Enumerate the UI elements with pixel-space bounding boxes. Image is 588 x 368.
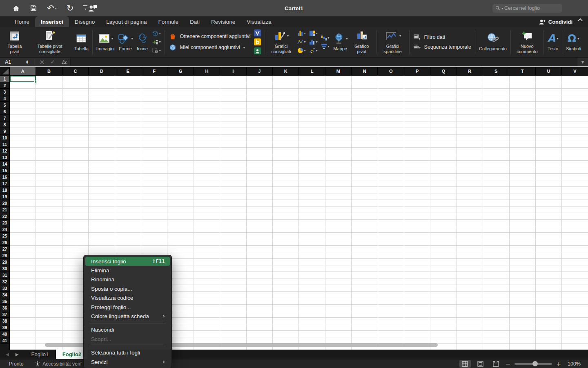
row-header-21[interactable]: 21: [0, 206, 9, 213]
column-header-u[interactable]: U: [536, 67, 562, 75]
row-header-26[interactable]: 26: [0, 239, 9, 246]
page-break-view-button[interactable]: [490, 360, 502, 368]
name-box[interactable]: A1: [0, 59, 26, 65]
row-header-2[interactable]: 2: [0, 82, 9, 89]
undo-dropdown-icon[interactable]: ▾: [55, 7, 57, 10]
tab-layout-di-pagina[interactable]: Layout di pagina: [100, 16, 152, 27]
tab-inserisci[interactable]: Inserisci: [35, 16, 69, 27]
recommended-pivot-tables-button[interactable]: Tabelle pivot consigliate: [27, 28, 73, 56]
search-input[interactable]: [504, 5, 559, 11]
expand-formula-bar-icon[interactable]: ▼: [577, 60, 588, 64]
hierarchy-chart-button[interactable]: ▾: [309, 30, 318, 36]
collapse-ribbon-button[interactable]: [577, 18, 583, 22]
scatter-chart-button[interactable]: ▾: [309, 47, 318, 54]
screenshot-button[interactable]: ▾: [152, 47, 161, 54]
row-header-34[interactable]: 34: [0, 292, 9, 298]
row-header-41[interactable]: 41: [0, 337, 9, 344]
funnel-chart-button[interactable]: ▾: [321, 43, 330, 49]
row-header-12[interactable]: 12: [0, 148, 9, 154]
insert-function-button[interactable]: fx: [58, 59, 70, 65]
column-header-p[interactable]: P: [404, 67, 430, 75]
row-header-39[interactable]: 39: [0, 324, 9, 331]
row-header-27[interactable]: 27: [0, 246, 9, 252]
line-chart-button[interactable]: ▾: [297, 39, 306, 45]
row-header-28[interactable]: 28: [0, 252, 9, 259]
column-header-m[interactable]: M: [325, 67, 352, 75]
column-header-n[interactable]: N: [352, 67, 378, 75]
visio-addin-button[interactable]: [254, 29, 261, 36]
row-header-10[interactable]: 10: [0, 135, 9, 141]
redo-button[interactable]: ↻: [67, 4, 74, 12]
row-header-6[interactable]: 6: [0, 108, 9, 115]
row-header-14[interactable]: 14: [0, 161, 9, 167]
3d-models-button[interactable]: ▾: [152, 30, 161, 37]
recommended-charts-button[interactable]: ▾ Grafici consigliati: [267, 28, 296, 56]
column-header-h[interactable]: H: [194, 67, 220, 75]
row-header-30[interactable]: 30: [0, 265, 9, 272]
confirm-entry-button[interactable]: ✓: [47, 59, 58, 65]
smartart-button[interactable]: ▾: [152, 39, 161, 45]
column-header-j[interactable]: J: [247, 67, 273, 75]
normal-view-button[interactable]: [459, 360, 471, 368]
my-addins-button[interactable]: Miei componenti aggiuntivi ▾: [169, 43, 251, 52]
waterfall-chart-button[interactable]: ▾: [321, 35, 330, 41]
tab-revisione[interactable]: Revisione: [205, 16, 241, 27]
row-header-5[interactable]: 5: [0, 102, 9, 108]
name-box-spinner[interactable]: ▲ ▼: [26, 60, 28, 64]
undo-button[interactable]: ↶ ▾: [47, 4, 57, 12]
share-presence-button[interactable]: [87, 4, 97, 13]
row-header-38[interactable]: 38: [0, 318, 9, 324]
zoom-out-button[interactable]: −: [506, 361, 511, 367]
row-header-9[interactable]: 9: [0, 128, 9, 135]
page-layout-view-button[interactable]: [475, 360, 486, 368]
column-header-s[interactable]: S: [483, 67, 509, 75]
row-header-36[interactable]: 36: [0, 305, 9, 311]
histogram-chart-button[interactable]: ▾: [309, 39, 318, 45]
tab-home[interactable]: Home: [9, 16, 35, 27]
formula-input[interactable]: [70, 58, 577, 67]
column-header-o[interactable]: O: [378, 67, 404, 75]
select-all-corner[interactable]: [0, 67, 10, 76]
save-button[interactable]: [30, 4, 37, 12]
column-header-k[interactable]: K: [273, 67, 299, 75]
next-sheet-icon[interactable]: ▶: [16, 352, 19, 357]
icons-button[interactable]: Icone: [135, 31, 150, 53]
menu-item-rinomina[interactable]: Rinomina: [85, 275, 170, 284]
row-header-13[interactable]: 13: [0, 154, 9, 161]
column-header-b[interactable]: B: [36, 67, 62, 75]
column-header-q[interactable]: Q: [430, 67, 457, 75]
prev-sheet-icon[interactable]: ◀: [6, 352, 9, 357]
menu-item-servizi[interactable]: Servizi›: [85, 357, 170, 366]
menu-item-visualizza-codice[interactable]: Visualizza codice: [85, 294, 170, 303]
row-header-31[interactable]: 31: [0, 272, 9, 278]
row-header-17[interactable]: 17: [0, 180, 9, 187]
menu-item-seleziona-tutti-i-fogli[interactable]: Seleziona tutti i fogli: [85, 348, 170, 357]
column-header-f[interactable]: F: [141, 67, 167, 75]
row-header-11[interactable]: 11: [0, 141, 9, 148]
bing-maps-addin-button[interactable]: [254, 38, 261, 45]
column-header-l[interactable]: L: [299, 67, 325, 75]
row-header-4[interactable]: 4: [0, 95, 9, 102]
row-header-3[interactable]: 3: [0, 89, 9, 95]
slicer-button[interactable]: Filtro dati: [413, 34, 471, 40]
timeline-button[interactable]: Sequenza temporale: [413, 43, 471, 50]
tab-visualizza[interactable]: Visualizza: [241, 16, 277, 27]
zoom-slider-thumb[interactable]: [532, 361, 538, 366]
get-addins-button[interactable]: Ottenere componenti aggiuntivi: [169, 32, 251, 40]
row-header-24[interactable]: 24: [0, 226, 9, 233]
column-header-t[interactable]: T: [509, 67, 535, 75]
symbols-button[interactable]: Ω ▾ Simboli: [564, 31, 582, 53]
home-button[interactable]: [12, 4, 20, 12]
pivot-table-button[interactable]: Tabella pivot: [2, 28, 27, 56]
row-header-19[interactable]: 19: [0, 193, 9, 200]
tab-disegno[interactable]: Disegno: [69, 16, 101, 27]
menu-item-proteggi-foglio[interactable]: Proteggi foglio...: [85, 303, 170, 312]
row-header-18[interactable]: 18: [0, 187, 9, 193]
pictures-button[interactable]: ▾ Immagini: [95, 31, 116, 53]
column-header-i[interactable]: I: [220, 67, 246, 75]
row-header-1[interactable]: 1: [0, 76, 9, 82]
zoom-in-button[interactable]: +: [556, 361, 561, 367]
menu-item-sposta-o-copia[interactable]: Sposta o copia...: [85, 284, 170, 293]
column-chart-button[interactable]: ▾: [297, 30, 306, 36]
column-header-e[interactable]: E: [115, 67, 141, 75]
